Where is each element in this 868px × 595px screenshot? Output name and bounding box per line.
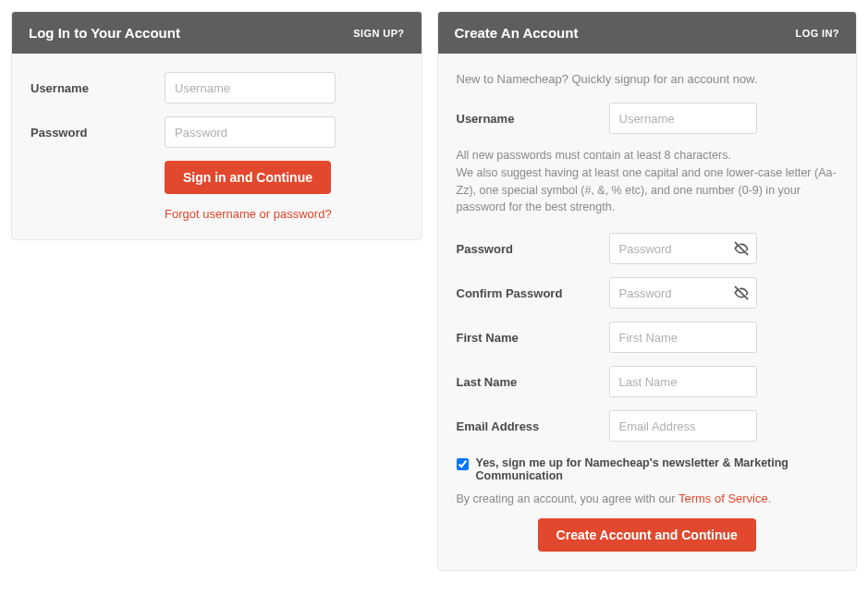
tos-prefix: By creating an account, you agree with o…: [457, 492, 679, 505]
signup-username-input[interactable]: [609, 103, 757, 134]
signup-firstname-label: First Name: [457, 331, 609, 345]
signup-email-input[interactable]: [609, 410, 757, 442]
signup-lastname-input[interactable]: [609, 366, 757, 397]
login-username-input[interactable]: [165, 72, 336, 103]
newsletter-label: Yes, sign me up for Namecheap's newslett…: [476, 456, 838, 482]
signup-username-label: Username: [457, 112, 609, 126]
login-password-input[interactable]: [165, 116, 336, 148]
signup-firstname-input[interactable]: [609, 322, 757, 353]
password-help-text: All new passwords must contain at least …: [457, 147, 838, 216]
newsletter-checkbox[interactable]: [457, 458, 469, 470]
login-panel-body: Username Password Sign in and Continue F…: [12, 54, 422, 239]
forgot-password-link[interactable]: Forgot username or password?: [165, 207, 332, 221]
signup-email-label: Email Address: [457, 419, 609, 433]
create-account-button[interactable]: Create Account and Continue: [538, 518, 756, 552]
signup-link[interactable]: SIGN UP?: [353, 28, 404, 39]
tos-suffix: .: [768, 492, 771, 505]
login-title: Log In to Your Account: [29, 25, 180, 41]
signup-confirm-label: Confirm Password: [457, 286, 609, 300]
login-panel: Log In to Your Account SIGN UP? Username…: [11, 11, 422, 240]
signup-lastname-label: Last Name: [457, 375, 609, 389]
signup-panel: Create An Account LOG IN? New to Nameche…: [437, 11, 858, 571]
tos-link[interactable]: Terms of Service: [679, 492, 768, 505]
signup-panel-header: Create An Account LOG IN?: [438, 12, 857, 54]
eye-off-icon[interactable]: [733, 240, 750, 257]
signup-password-label: Password: [457, 242, 609, 256]
signin-button[interactable]: Sign in and Continue: [165, 161, 331, 194]
login-link[interactable]: LOG IN?: [796, 28, 839, 39]
signup-panel-body: New to Namecheap? Quickly signup for an …: [438, 54, 857, 570]
signup-title: Create An Account: [455, 25, 579, 41]
tos-text: By creating an account, you agree with o…: [457, 492, 838, 505]
signup-intro: New to Namecheap? Quickly signup for an …: [457, 72, 838, 86]
login-password-label: Password: [31, 126, 165, 140]
login-username-label: Username: [31, 81, 165, 95]
eye-off-icon[interactable]: [733, 285, 750, 301]
login-panel-header: Log In to Your Account SIGN UP?: [12, 12, 422, 54]
